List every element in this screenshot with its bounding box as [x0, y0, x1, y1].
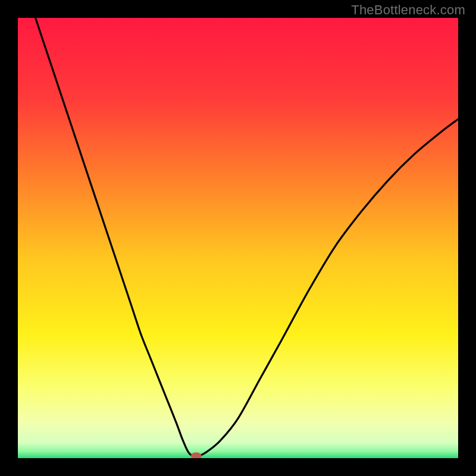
chart-container: TheBottleneck.com: [0, 0, 476, 476]
watermark-text: TheBottleneck.com: [351, 2, 465, 18]
chart-svg: [18, 18, 458, 458]
plot-area: [18, 18, 458, 458]
chart-background: [18, 18, 458, 458]
